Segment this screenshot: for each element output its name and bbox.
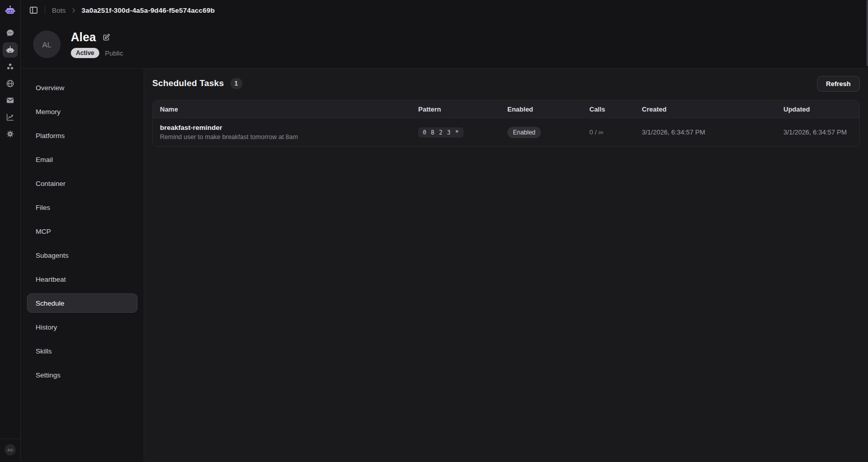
- sidebar-item-subagents[interactable]: Subagents: [27, 246, 138, 265]
- bot-name-title: Alea: [71, 31, 96, 44]
- task-description: Remind user to make breakfast tomorrow a…: [160, 133, 418, 141]
- sidebar-item-files[interactable]: Files: [27, 198, 138, 217]
- topbar-divider: [45, 6, 45, 14]
- sidebar-item-overview[interactable]: Overview: [27, 78, 138, 97]
- table-row[interactable]: breakfast-reminder Remind user to make b…: [153, 118, 859, 146]
- nav-chat-button[interactable]: [3, 25, 18, 41]
- rail-nav: [3, 25, 18, 142]
- rail-separator: [0, 439, 21, 439]
- robot-icon: [6, 45, 15, 55]
- nav-analytics-button[interactable]: [3, 110, 18, 125]
- sidebar-item-skills[interactable]: Skills: [27, 341, 138, 361]
- column-header-updated: Updated: [783, 105, 859, 113]
- column-header-enabled: Enabled: [507, 105, 589, 113]
- scheduled-tasks-table: Name Pattern Enabled Calls Created Updat…: [152, 100, 860, 147]
- task-enabled-cell: Enabled: [507, 127, 589, 138]
- edit-name-button[interactable]: [102, 34, 110, 41]
- cluster-icon: [6, 62, 15, 71]
- chat-icon: [6, 29, 15, 38]
- app-shell: AD Bots 3a0a251f-300d-4a5a-9d46-f5e574ac…: [0, 0, 868, 462]
- breadcrumb: Bots 3a0a251f-300d-4a5a-9d46-f5e574acc69…: [52, 7, 215, 14]
- main-content: Scheduled Tasks 1 Refresh Name Pattern E…: [144, 69, 868, 462]
- sidebar-item-history[interactable]: History: [27, 317, 138, 337]
- task-pattern-cell: 0 8 2 3 *: [418, 127, 507, 138]
- status-badge: Active: [71, 48, 99, 58]
- breadcrumb-bots-link[interactable]: Bots: [52, 7, 66, 14]
- table-header-row: Name Pattern Enabled Calls Created Updat…: [153, 100, 859, 118]
- column-header-name: Name: [153, 105, 418, 113]
- sidebar-item-heartbeat[interactable]: Heartbeat: [27, 269, 138, 289]
- app-logo[interactable]: [0, 0, 21, 20]
- visibility-label: Public: [105, 49, 123, 57]
- bot-title-block: Alea Active Public: [71, 31, 123, 58]
- bot-header: AL Alea Active Public: [21, 20, 868, 69]
- nav-cluster-button[interactable]: [3, 59, 18, 74]
- globe-icon: [6, 79, 15, 88]
- main-header: Scheduled Tasks 1 Refresh: [152, 76, 860, 91]
- sidebar-item-email[interactable]: Email: [27, 150, 138, 169]
- column-header-pattern: Pattern: [418, 105, 507, 113]
- sidebar-item-platforms[interactable]: Platforms: [27, 126, 138, 145]
- sidebar-item-settings[interactable]: Settings: [27, 365, 138, 385]
- sidebar-item-schedule[interactable]: Schedule: [27, 293, 138, 313]
- nav-bots-button[interactable]: [3, 42, 18, 58]
- panel-icon: [29, 6, 38, 15]
- nav-web-button[interactable]: [3, 76, 18, 91]
- enabled-badge: Enabled: [507, 127, 541, 138]
- page-title: Scheduled Tasks: [152, 78, 224, 89]
- task-name: breakfast-reminder: [160, 124, 418, 131]
- nav-settings-button[interactable]: [3, 126, 18, 142]
- robot-logo-icon: [5, 5, 16, 16]
- refresh-button[interactable]: Refresh: [817, 76, 860, 92]
- task-count-badge: 1: [230, 78, 242, 89]
- user-avatar[interactable]: AD: [5, 444, 16, 455]
- column-header-calls: Calls: [589, 105, 642, 113]
- edit-pencil-icon: [102, 34, 110, 41]
- chart-icon: [6, 113, 15, 122]
- bot-avatar: AL: [33, 31, 61, 58]
- body-row: Overview Memory Platforms Email Containe…: [21, 69, 868, 462]
- chevron-right-icon: [70, 7, 77, 14]
- sidebar-item-memory[interactable]: Memory: [27, 102, 138, 121]
- task-created-cell: 3/1/2026, 6:34:57 PM: [642, 128, 783, 136]
- sidebar-item-container[interactable]: Container: [27, 174, 138, 193]
- icon-rail: AD: [0, 0, 21, 462]
- sidebar-toggle-button[interactable]: [29, 6, 38, 15]
- gear-icon: [6, 129, 15, 139]
- nav-mail-button[interactable]: [3, 93, 18, 108]
- task-name-cell: breakfast-reminder Remind user to make b…: [153, 124, 418, 141]
- task-updated-cell: 3/1/2026, 6:34:57 PM: [783, 128, 859, 136]
- topbar: Bots 3a0a251f-300d-4a5a-9d46-f5e574acc69…: [21, 0, 868, 20]
- bot-sidebar: Overview Memory Platforms Email Containe…: [21, 69, 144, 462]
- sidebar-item-mcp[interactable]: MCP: [27, 222, 138, 241]
- right-column: Bots 3a0a251f-300d-4a5a-9d46-f5e574acc69…: [21, 0, 868, 462]
- task-calls-cell: 0 / ∞: [589, 128, 642, 136]
- mail-icon: [6, 96, 15, 105]
- column-header-created: Created: [642, 105, 783, 113]
- cron-pattern-chip: 0 8 2 3 *: [418, 127, 464, 138]
- breadcrumb-bot-id: 3a0a251f-300d-4a5a-9d46-f5e574acc69b: [82, 7, 215, 14]
